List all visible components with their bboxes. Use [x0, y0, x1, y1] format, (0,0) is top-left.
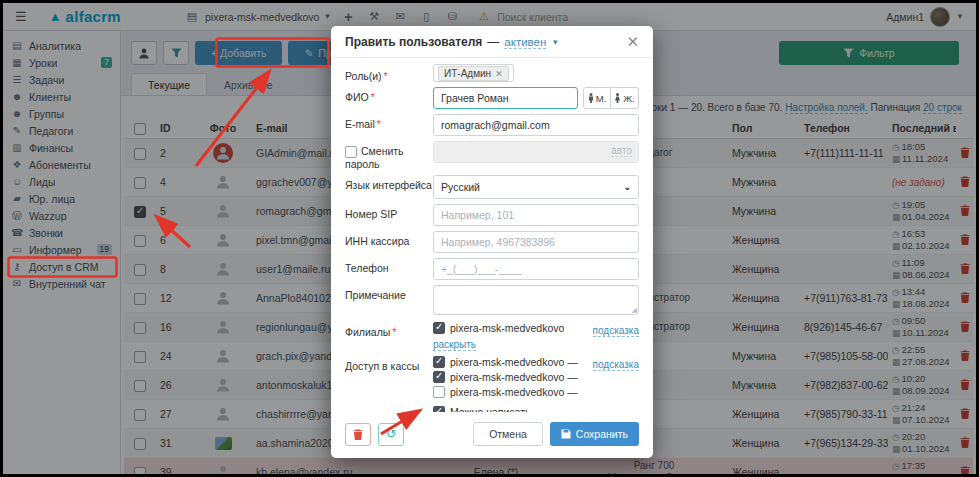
field-password: Сменить пароль авто	[345, 141, 639, 170]
option-checkbox[interactable]	[433, 406, 445, 412]
close-icon[interactable]: ✕	[626, 36, 639, 48]
chevron-down-icon[interactable]: ▼	[551, 38, 559, 47]
branches-hint-link[interactable]: подсказка	[593, 325, 639, 337]
cashdesk-option-2[interactable]: pixera-msk-medvedkovo — СБП	[433, 386, 581, 398]
male-button[interactable]: М.	[583, 87, 611, 109]
expand-branches-link[interactable]: раскрыть	[433, 339, 476, 351]
change-password-checkbox[interactable]	[345, 146, 357, 158]
male-icon	[588, 93, 594, 103]
save-button[interactable]: Сохранить	[550, 422, 639, 446]
field-phone: Телефон	[345, 258, 639, 280]
field-cashdesks: Доступ в кассы pixera-msk-medvedkovo — И…	[345, 356, 639, 401]
chevron-down-icon: ⌄	[623, 182, 631, 192]
status-dropdown[interactable]: активен	[504, 36, 546, 49]
language-select[interactable]: Русский ⌄	[433, 175, 639, 199]
field-email: E-mail*	[345, 114, 639, 136]
roles-input[interactable]: ИТ-Админ ✕	[433, 64, 514, 82]
inn-input[interactable]	[433, 231, 639, 253]
modal-footer: ↺ Отмена Сохранить	[331, 412, 653, 458]
edit-user-modal: Править пользователя — активен ▼ ✕ Роль(…	[331, 26, 653, 458]
modal-title: Править пользователя	[345, 35, 482, 49]
remove-tag-icon[interactable]: ✕	[495, 69, 503, 79]
auto-password-link[interactable]: авто	[611, 145, 632, 157]
cashdesk-option-1[interactable]: pixera-msk-medvedkovo — Наличные	[433, 371, 581, 383]
branch-option-0[interactable]: pixera-msk-medvedkovo	[433, 322, 581, 334]
field-roles: Роль(и)* ИТ-Админ ✕	[345, 66, 639, 82]
modal-body: Роль(и)* ИТ-Админ ✕ ФИО* М.	[331, 58, 653, 412]
cancel-button[interactable]: Отмена	[473, 422, 543, 446]
delete-user-button[interactable]	[345, 423, 371, 446]
phone-input[interactable]	[433, 258, 639, 280]
female-icon	[614, 93, 621, 103]
undo-icon: ↺	[386, 427, 396, 441]
female-button[interactable]: Ж.	[611, 87, 639, 109]
fio-input[interactable]	[433, 87, 578, 109]
option-checkbox[interactable]	[433, 356, 445, 368]
app-window: ☰ ▲ alfacrm ▤ pixera-msk-medvedkovo ▼ + …	[0, 0, 979, 477]
option-label: Можно написать	[450, 406, 531, 412]
save-icon	[561, 429, 571, 439]
cashdesks-hint-link[interactable]: подсказка	[593, 359, 639, 371]
option-label: pixera-msk-medvedkovo — Интернет эквайри…	[450, 356, 581, 368]
note-textarea[interactable]	[433, 285, 639, 315]
role-tag: ИТ-Админ ✕	[438, 66, 509, 81]
trash-icon	[353, 429, 363, 440]
field-inn: ИНН кассира	[345, 231, 639, 253]
option-label: pixera-msk-medvedkovo — Наличные	[450, 371, 581, 383]
undo-button[interactable]: ↺	[378, 423, 404, 446]
modal-header: Править пользователя — активен ▼ ✕	[331, 26, 653, 58]
email-input[interactable]	[433, 114, 639, 136]
sip-input[interactable]	[433, 204, 639, 226]
option-checkbox[interactable]	[433, 371, 445, 383]
cashdesk-option-0[interactable]: pixera-msk-medvedkovo — Интернет эквайри…	[433, 356, 581, 368]
can-write-hint-link[interactable]: подсказка	[593, 409, 639, 412]
option-label: pixera-msk-medvedkovo	[450, 322, 564, 334]
field-fio: ФИО* М. Ж.	[345, 87, 639, 109]
field-branches: Филиалы* pixera-msk-medvedkovo раскрыть …	[345, 322, 639, 351]
field-language: Язык интерфейса Русский ⌄	[345, 175, 639, 199]
can-write-option-0[interactable]: Можно написать	[433, 406, 581, 412]
option-checkbox[interactable]	[433, 322, 445, 334]
gender-toggle: М. Ж.	[583, 87, 639, 109]
option-label: pixera-msk-medvedkovo — СБП	[450, 386, 581, 398]
password-input	[433, 141, 639, 163]
field-note: Примечание ◢	[345, 285, 639, 317]
option-checkbox[interactable]	[433, 386, 445, 398]
field-sip: Номер SIP	[345, 204, 639, 226]
